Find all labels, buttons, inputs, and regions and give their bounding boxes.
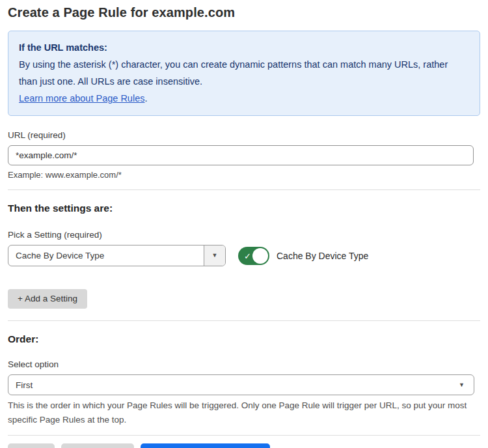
order-select[interactable]: First ▼ [8,374,474,395]
setting-select-value: Cache By Device Type [8,245,204,266]
toggle-knob [252,248,268,264]
settings-section-heading: Then the settings are: [8,203,480,214]
url-example-text: Example: www.example.com/* [8,170,480,180]
divider [8,320,480,321]
info-box-link-line: Learn more about Page Rules. [19,90,469,107]
order-select-value: First [8,380,459,390]
setting-picker-label: Pick a Setting (required) [8,230,480,240]
setting-row: Cache By Device Type ▼ ✓ Cache By Device… [8,245,480,266]
url-input[interactable] [8,145,474,165]
chevron-down-icon: ▼ [212,253,218,259]
add-setting-button[interactable]: + Add a Setting [8,289,87,309]
page-rule-form: Create a Page Rule for example.com If th… [0,0,488,448]
divider [8,189,480,190]
save-draft-button[interactable]: Save as Draft [61,443,134,448]
url-field-label: URL (required) [8,130,480,140]
info-box-heading: If the URL matches: [19,39,469,56]
setting-select[interactable]: Cache By Device Type ▼ [8,245,226,266]
chevron-down-icon: ▼ [459,382,474,388]
order-select-label: Select option [8,359,480,369]
setting-toggle[interactable]: ✓ [238,247,269,265]
order-help-text: This is the order in which your Page Rul… [8,399,476,427]
order-section-heading: Order: [8,333,480,345]
setting-select-arrow-button[interactable]: ▼ [204,245,225,266]
divider [8,435,480,436]
save-deploy-button[interactable]: Save and Deploy Page Rule [141,443,271,448]
learn-more-link[interactable]: Learn more about Page Rules [19,93,144,104]
actions-row: Cancel Save as Draft Save and Deploy Pag… [8,443,480,448]
info-box-body: By using the asterisk (*) character, you… [19,56,468,90]
page-title: Create a Page Rule for example.com [8,5,480,20]
cancel-button[interactable]: Cancel [8,443,55,448]
url-match-info-box: If the URL matches: By using the asteris… [8,31,480,116]
check-icon: ✓ [244,251,251,260]
setting-toggle-label: Cache By Device Type [277,251,368,261]
link-suffix: . [144,93,147,104]
